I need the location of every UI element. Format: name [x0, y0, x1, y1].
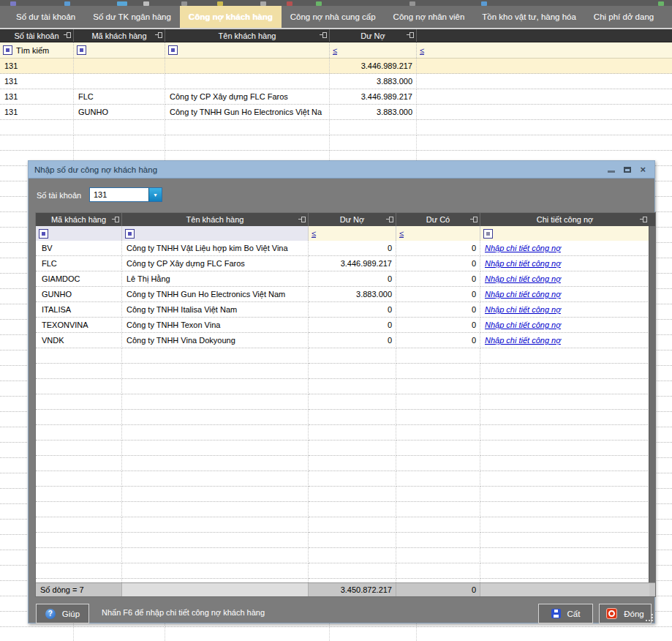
less-equal-filter-icon[interactable]: ≤ [399, 229, 404, 238]
detail-link[interactable]: Nhập chi tiết công nợ [485, 290, 561, 299]
table-row[interactable]: VNDKCông ty TNHH Vina Dokyoung00Nhập chi… [36, 333, 649, 348]
cell-code: TEXONVINA [36, 318, 122, 333]
table-row[interactable]: ITALISACông ty TNHH Italisa Việt Nam00Nh… [36, 302, 649, 318]
filter-icon[interactable] [77, 45, 86, 55]
column-header-du-no[interactable]: Dư Nợ [330, 29, 417, 42]
table-row[interactable]: GIAMDOCLê Thị Hằng00Nhập chi tiết công n… [36, 271, 649, 287]
table-row[interactable]: 1313.446.989.217 [0, 59, 672, 74]
column-header-chi-tiet[interactable]: Chi tiết công nợ [480, 213, 649, 226]
filter-cell-code[interactable] [74, 42, 165, 58]
close-icon[interactable]: × [640, 165, 646, 174]
filter-cell-account[interactable]: Tìm kiếm [0, 42, 74, 58]
filter-cell-du-no[interactable]: ≤ [309, 226, 396, 241]
filter-icon[interactable] [3, 45, 12, 55]
resize-grip[interactable] [646, 614, 653, 621]
column-header-ma-khach-hang[interactable]: Mã khách hàng [74, 29, 165, 42]
pin-icon[interactable] [155, 32, 162, 38]
cell-code: GIAMDOC [36, 271, 122, 287]
tab-6[interactable]: Tồn kho vật tư, hàng hóa [473, 6, 585, 28]
filter-cell-du-no[interactable]: ≤ [330, 42, 417, 58]
filter-icon[interactable] [483, 229, 493, 239]
column-header-ten-khach-hang[interactable]: Tên khách hàng [165, 29, 330, 42]
pin-icon[interactable] [320, 32, 327, 38]
cell-account [0, 627, 74, 641]
account-combobox[interactable]: 131 ▼ [89, 187, 162, 202]
tab-1[interactable]: Số dư tài khoản [7, 6, 84, 28]
tab-5[interactable]: Công nợ nhân viên [385, 6, 474, 28]
maximize-icon[interactable] [624, 167, 631, 173]
tab-4[interactable]: Công nợ nhà cung cấp [282, 6, 385, 28]
cell-du-no: 0 [309, 302, 396, 318]
detail-link[interactable]: Nhập chi tiết công nợ [485, 336, 561, 345]
column-header-du-no[interactable]: Dư Nợ [309, 213, 396, 226]
table-row[interactable]: FLCCông ty CP Xây dựng FLC Faros3.446.98… [36, 256, 649, 271]
save-button[interactable]: Cất [538, 604, 593, 623]
column-header-ten-khach-hang[interactable]: Tên khách hàng [122, 213, 309, 226]
less-equal-filter-icon[interactable]: ≤ [312, 229, 316, 238]
filter-cell-code[interactable] [36, 226, 122, 241]
cell-name [122, 548, 309, 563]
cell-name [165, 627, 330, 641]
help-button[interactable]: ? Giúp [36, 604, 89, 623]
column-header-so-tai-khoan[interactable]: Số tài khoản [0, 29, 74, 42]
vertical-scrollbar[interactable] [649, 226, 655, 583]
cell-code [36, 441, 122, 456]
column-header-ma-khach-hang[interactable]: Mã khách hàng [36, 213, 122, 226]
filter-cell-name[interactable] [122, 226, 309, 241]
footer-empty-cell [480, 583, 649, 596]
pin-icon[interactable] [298, 217, 306, 222]
tab-2[interactable]: Số dư TK ngân hàng [84, 6, 180, 28]
table-row[interactable]: BVCông ty TNHH Vật Liệu hợp kim Bo Việt … [36, 241, 649, 256]
cell-du-no: 3.883.000 [330, 105, 417, 120]
minimize-icon[interactable] [608, 170, 615, 173]
cell-extra [417, 59, 672, 74]
filter-cell-name[interactable] [165, 42, 330, 58]
filter-icon[interactable] [125, 229, 135, 239]
chevron-down-icon[interactable]: ▼ [148, 188, 162, 201]
tab-3[interactable]: Công nợ khách hàng [180, 6, 282, 28]
cell-du-no [309, 471, 396, 487]
cell-name [122, 502, 309, 517]
tab-7[interactable]: Chi phí dở dang [585, 6, 662, 28]
pin-icon[interactable] [407, 32, 414, 38]
pin-icon[interactable] [470, 217, 477, 222]
filter-icon[interactable] [168, 45, 178, 55]
cell-name [122, 410, 309, 425]
detail-link[interactable]: Nhập chi tiết công nợ [485, 274, 561, 283]
cell-name [122, 471, 309, 487]
cell-code [36, 502, 122, 517]
filter-cell-extra[interactable]: ≤ [417, 42, 672, 58]
table-row[interactable]: 1313.883.000 [0, 74, 672, 89]
less-equal-filter-icon[interactable]: ≤ [420, 46, 424, 55]
filter-icon[interactable] [39, 229, 48, 239]
row-count: Số dòng = 7 [36, 583, 122, 596]
column-header-label: Dư Có [426, 215, 450, 224]
cell-code [74, 74, 165, 89]
table-row[interactable]: 131FLCCông ty CP Xây dựng FLC Faros3.446… [0, 89, 672, 105]
pin-icon[interactable] [112, 217, 119, 222]
detail-link[interactable]: Nhập chi tiết công nợ [485, 259, 561, 268]
cell-name: Công ty TNHH Gun Ho Electronics Việt Nam [122, 287, 309, 302]
dialog-title-bar[interactable]: Nhập số dư công nợ khách hàng × [29, 161, 654, 179]
table-row[interactable]: TEXONVINACông ty TNHH Texon Vina00Nhập c… [36, 318, 649, 333]
cell-du-no [309, 394, 396, 410]
detail-link[interactable]: Nhập chi tiết công nợ [485, 305, 561, 314]
cell-detail [480, 410, 649, 425]
cell-code: ITALISA [36, 302, 122, 318]
pin-icon[interactable] [64, 32, 71, 38]
hint-text: Nhấn F6 để nhập chi tiết công nợ khách h… [102, 608, 265, 617]
table-row[interactable]: 131GUNHOCông ty TNHH Gun Ho Electronics … [0, 105, 672, 120]
table-empty-row [36, 502, 649, 517]
less-equal-filter-icon[interactable]: ≤ [333, 46, 337, 55]
detail-link[interactable]: Nhập chi tiết công nợ [485, 320, 561, 329]
column-header-du-co[interactable]: Dư Có [396, 213, 480, 226]
cell-name: Công ty TNHH Vina Dokyoung [122, 333, 309, 348]
filter-cell-detail[interactable] [480, 226, 649, 241]
cell-code [36, 410, 122, 425]
pin-icon[interactable] [640, 217, 647, 222]
filter-cell-du-co[interactable]: ≤ [396, 226, 480, 241]
close-button[interactable]: Đóng [599, 604, 652, 623]
pin-icon[interactable] [386, 217, 393, 222]
table-row[interactable]: GUNHOCông ty TNHH Gun Ho Electronics Việ… [36, 287, 649, 302]
detail-link[interactable]: Nhập chi tiết công nợ [485, 244, 561, 252]
